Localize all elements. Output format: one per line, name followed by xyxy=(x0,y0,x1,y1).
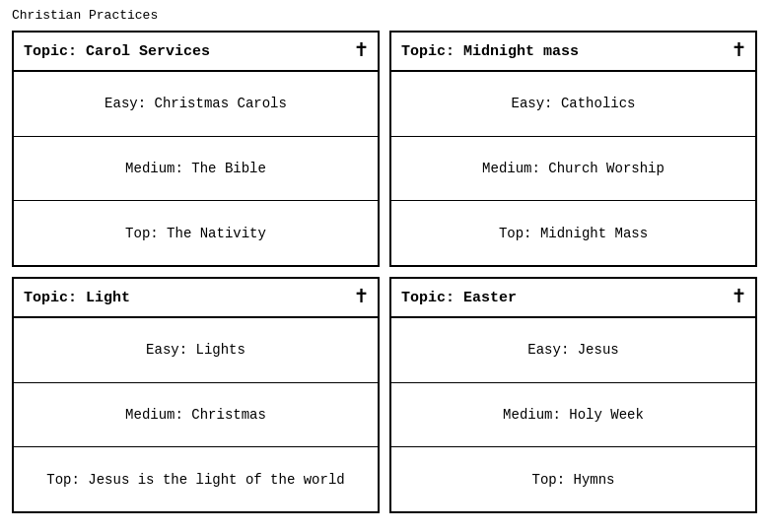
card-title-carol-services: Topic: Carol Services xyxy=(24,43,210,60)
card-header-carol-services: Topic: Carol Services✝ xyxy=(14,33,378,72)
card-title-midnight-mass: Topic: Midnight mass xyxy=(401,43,579,60)
card-row-midnight-mass-2: Top: Midnight Mass xyxy=(391,201,755,265)
card-easter: Topic: Easter✝Easy: JesusMedium: Holy We… xyxy=(389,277,757,513)
card-row-carol-services-2: Top: The Nativity xyxy=(14,201,378,265)
card-header-midnight-mass: Topic: Midnight mass✝ xyxy=(391,33,755,72)
card-title-easter: Topic: Easter xyxy=(401,290,517,306)
card-row-light-1: Medium: Christmas xyxy=(14,383,378,448)
card-row-light-2: Top: Jesus is the light of the world xyxy=(14,447,378,511)
card-light: Topic: Light✝Easy: LightsMedium: Christm… xyxy=(12,277,380,513)
card-grid: Topic: Carol Services✝Easy: Christmas Ca… xyxy=(12,31,757,513)
card-row-carol-services-1: Medium: The Bible xyxy=(14,137,378,202)
cross-icon-midnight-mass: ✝ xyxy=(733,40,745,62)
cross-icon-easter: ✝ xyxy=(733,287,745,308)
card-row-midnight-mass-0: Easy: Catholics xyxy=(391,72,755,137)
card-header-easter: Topic: Easter✝ xyxy=(391,279,755,318)
card-row-midnight-mass-1: Medium: Church Worship xyxy=(391,137,755,202)
card-midnight-mass: Topic: Midnight mass✝Easy: CatholicsMedi… xyxy=(389,31,757,267)
card-row-easter-0: Easy: Jesus xyxy=(391,318,755,383)
card-row-carol-services-0: Easy: Christmas Carols xyxy=(14,72,378,137)
cross-icon-light: ✝ xyxy=(355,287,368,308)
card-row-easter-2: Top: Hymns xyxy=(391,447,755,511)
card-header-light: Topic: Light✝ xyxy=(14,279,378,318)
cross-icon-carol-services: ✝ xyxy=(355,40,368,62)
card-title-light: Topic: Light xyxy=(24,290,130,306)
card-carol-services: Topic: Carol Services✝Easy: Christmas Ca… xyxy=(12,31,380,267)
card-row-easter-1: Medium: Holy Week xyxy=(391,383,755,448)
card-row-light-0: Easy: Lights xyxy=(14,318,378,383)
page-title: Christian Practices xyxy=(12,8,757,23)
